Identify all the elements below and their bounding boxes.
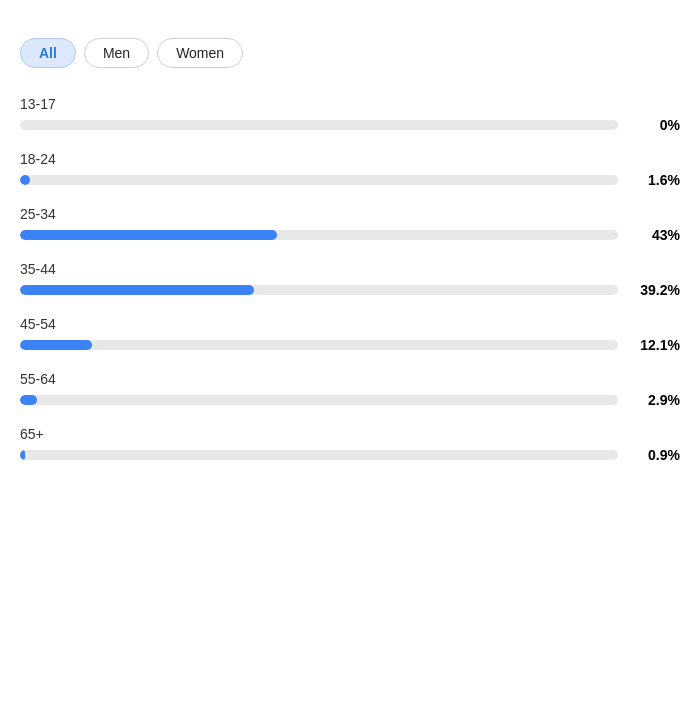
- bar-track: [20, 175, 618, 185]
- bar-track: [20, 285, 618, 295]
- bar-row: 1.6%: [20, 172, 680, 188]
- age-range-label: 18-24: [20, 151, 680, 167]
- age-row: 65+0.9%: [20, 426, 680, 463]
- age-row: 25-3443%: [20, 206, 680, 243]
- age-row: 35-4439.2%: [20, 261, 680, 298]
- age-range-label: 35-44: [20, 261, 680, 277]
- bar-row: 0%: [20, 117, 680, 133]
- age-range-label: 13-17: [20, 96, 680, 112]
- bar-value: 39.2%: [630, 282, 680, 298]
- bar-row: 12.1%: [20, 337, 680, 353]
- age-range-label: 25-34: [20, 206, 680, 222]
- bar-row: 39.2%: [20, 282, 680, 298]
- bar-value: 0.9%: [630, 447, 680, 463]
- bar-row: 43%: [20, 227, 680, 243]
- filter-btn-men[interactable]: Men: [84, 38, 149, 68]
- age-range-label: 55-64: [20, 371, 680, 387]
- bar-fill: [20, 285, 254, 295]
- bar-fill: [20, 340, 92, 350]
- bar-fill: [20, 230, 277, 240]
- age-range-label: 45-54: [20, 316, 680, 332]
- filter-buttons-group: AllMenWomen: [20, 38, 680, 68]
- bar-row: 0.9%: [20, 447, 680, 463]
- bar-row: 2.9%: [20, 392, 680, 408]
- age-row: 55-642.9%: [20, 371, 680, 408]
- bar-fill: [20, 395, 37, 405]
- bar-track: [20, 230, 618, 240]
- bar-fill: [20, 450, 25, 460]
- age-row: 45-5412.1%: [20, 316, 680, 353]
- age-row: 18-241.6%: [20, 151, 680, 188]
- age-rows-container: 13-170%18-241.6%25-3443%35-4439.2%45-541…: [20, 96, 680, 463]
- age-row: 13-170%: [20, 96, 680, 133]
- bar-fill: [20, 175, 30, 185]
- bar-track: [20, 395, 618, 405]
- bar-track: [20, 120, 618, 130]
- bar-value: 0%: [630, 117, 680, 133]
- age-range-label: 65+: [20, 426, 680, 442]
- filter-btn-all[interactable]: All: [20, 38, 76, 68]
- filter-btn-women[interactable]: Women: [157, 38, 243, 68]
- bar-track: [20, 340, 618, 350]
- bar-value: 1.6%: [630, 172, 680, 188]
- bar-value: 12.1%: [630, 337, 680, 353]
- bar-track: [20, 450, 618, 460]
- page-container: AllMenWomen 13-170%18-241.6%25-3443%35-4…: [20, 38, 680, 463]
- bar-value: 43%: [630, 227, 680, 243]
- bar-value: 2.9%: [630, 392, 680, 408]
